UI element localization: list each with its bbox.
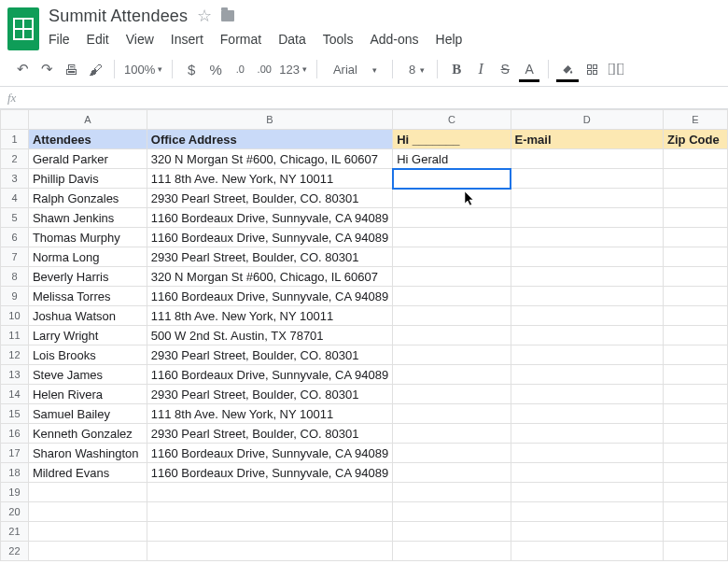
cell-D5[interactable] bbox=[511, 208, 663, 228]
cell-B21[interactable] bbox=[147, 522, 392, 542]
cell-C19[interactable] bbox=[393, 483, 511, 502]
cell-D13[interactable] bbox=[511, 365, 663, 385]
cell-E8[interactable] bbox=[664, 267, 728, 287]
fill-color-button[interactable] bbox=[558, 58, 577, 80]
cell-E6[interactable] bbox=[664, 228, 728, 247]
row-header-5[interactable]: 5 bbox=[1, 208, 29, 228]
cell-E22[interactable] bbox=[664, 542, 728, 561]
menu-tools[interactable]: Tools bbox=[323, 32, 354, 47]
cell-A9[interactable]: Melissa Torres bbox=[28, 287, 147, 306]
strike-button[interactable]: S bbox=[496, 58, 514, 80]
cell-B13[interactable]: 1160 Bordeaux Drive, Sunnyvale, CA 94089 bbox=[147, 365, 392, 385]
cell-C5[interactable] bbox=[393, 208, 511, 228]
row-header-22[interactable]: 22 bbox=[1, 542, 29, 561]
cell-B8[interactable]: 320 N Morgan St #600, Chicago, IL 60607 bbox=[147, 267, 392, 287]
cell-C16[interactable] bbox=[393, 424, 511, 444]
cell-D10[interactable] bbox=[511, 306, 663, 326]
cell-D15[interactable] bbox=[511, 404, 663, 424]
cell-B7[interactable]: 2930 Pearl Street, Boulder, CO. 80301 bbox=[147, 247, 392, 267]
cell-D8[interactable] bbox=[511, 267, 663, 287]
font-select[interactable]: Arial▾ bbox=[327, 60, 383, 79]
row-header-17[interactable]: 17 bbox=[1, 444, 29, 463]
row-header-14[interactable]: 14 bbox=[1, 385, 29, 404]
font-size-select[interactable]: 8▾ bbox=[402, 60, 427, 79]
select-all-cell[interactable] bbox=[1, 110, 29, 130]
row-header-3[interactable]: 3 bbox=[1, 169, 29, 189]
col-header-D[interactable]: D bbox=[511, 110, 663, 130]
cell-D11[interactable] bbox=[511, 326, 663, 345]
cell-C15[interactable] bbox=[393, 404, 511, 424]
cell-D14[interactable] bbox=[511, 385, 663, 404]
row-header-9[interactable]: 9 bbox=[1, 287, 29, 306]
cell-B15[interactable]: 111 8th Ave. New York, NY 10011 bbox=[147, 404, 392, 424]
text-color-button[interactable]: A bbox=[520, 58, 539, 80]
cell-A4[interactable]: Ralph Gonzales bbox=[28, 189, 147, 208]
cell-E2[interactable] bbox=[664, 149, 728, 169]
cell-B9[interactable]: 1160 Bordeaux Drive, Sunnyvale, CA 94089 bbox=[147, 287, 392, 306]
sheets-logo-icon[interactable] bbox=[7, 7, 39, 50]
cell-B17[interactable]: 1160 Bordeaux Drive, Sunnyvale, CA 94089 bbox=[147, 444, 392, 463]
cell-E14[interactable] bbox=[664, 385, 728, 404]
row-header-19[interactable]: 19 bbox=[1, 483, 29, 502]
cell-D3[interactable] bbox=[511, 169, 663, 189]
cell-B16[interactable]: 2930 Pearl Street, Boulder, CO. 80301 bbox=[147, 424, 392, 444]
cell-B19[interactable] bbox=[147, 483, 392, 502]
cell-C11[interactable] bbox=[393, 326, 511, 345]
cell-B18[interactable]: 1160 Bordeaux Drive, Sunnyvale, CA 94089 bbox=[147, 463, 392, 483]
row-header-18[interactable]: 18 bbox=[1, 463, 29, 483]
row-header-12[interactable]: 12 bbox=[1, 345, 29, 365]
row-header-15[interactable]: 15 bbox=[1, 404, 29, 424]
cell-B14[interactable]: 2930 Pearl Street, Boulder, CO. 80301 bbox=[147, 385, 392, 404]
menu-data[interactable]: Data bbox=[278, 32, 306, 47]
cell-D9[interactable] bbox=[511, 287, 663, 306]
cell-A3[interactable]: Phillip Davis bbox=[28, 169, 147, 189]
cell-D4[interactable] bbox=[511, 189, 663, 208]
cell-A15[interactable]: Samuel Bailey bbox=[28, 404, 147, 424]
sheet-area[interactable]: ABCDE1AttendeesOffice AddressHi _______E… bbox=[0, 109, 728, 561]
cell-E20[interactable] bbox=[664, 502, 728, 522]
cell-D2[interactable] bbox=[511, 149, 663, 169]
cell-A20[interactable] bbox=[28, 502, 147, 522]
cell-A6[interactable]: Thomas Murphy bbox=[28, 228, 147, 247]
cell-A14[interactable]: Helen Rivera bbox=[28, 385, 147, 404]
cell-E19[interactable] bbox=[664, 483, 728, 502]
number-format-select[interactable]: 123▾ bbox=[279, 63, 307, 77]
cell-C12[interactable] bbox=[393, 345, 511, 365]
merge-button[interactable] bbox=[607, 58, 625, 80]
row-header-10[interactable]: 10 bbox=[1, 306, 29, 326]
menu-view[interactable]: View bbox=[126, 32, 154, 47]
cell-A10[interactable]: Joshua Watson bbox=[28, 306, 147, 326]
cell-B5[interactable]: 1160 Bordeaux Drive, Sunnyvale, CA 94089 bbox=[147, 208, 392, 228]
currency-button[interactable]: $ bbox=[182, 58, 201, 80]
cell-E16[interactable] bbox=[664, 424, 728, 444]
percent-button[interactable]: % bbox=[206, 58, 225, 80]
redo-icon[interactable]: ↷ bbox=[37, 58, 56, 80]
cell-E21[interactable] bbox=[664, 522, 728, 542]
cell-C22[interactable] bbox=[393, 542, 511, 561]
move-folder-icon[interactable] bbox=[221, 10, 234, 21]
document-title[interactable]: Summit Attendees bbox=[49, 7, 188, 26]
increase-decimal-button[interactable]: .00 bbox=[255, 58, 273, 80]
row-header-8[interactable]: 8 bbox=[1, 267, 29, 287]
cell-C17[interactable] bbox=[393, 444, 511, 463]
star-icon[interactable]: ☆ bbox=[197, 6, 212, 26]
cell-E12[interactable] bbox=[664, 345, 728, 365]
cell-D20[interactable] bbox=[511, 502, 663, 522]
cell-A17[interactable]: Sharon Washington bbox=[28, 444, 147, 463]
cell-D21[interactable] bbox=[511, 522, 663, 542]
cell-E15[interactable] bbox=[664, 404, 728, 424]
cell-A21[interactable] bbox=[28, 522, 147, 542]
cell-C18[interactable] bbox=[393, 463, 511, 483]
cell-B22[interactable] bbox=[147, 542, 392, 561]
cell-C3[interactable] bbox=[393, 169, 511, 189]
menu-addons[interactable]: Add-ons bbox=[370, 32, 418, 47]
cell-B11[interactable]: 500 W 2nd St. Austin, TX 78701 bbox=[147, 326, 392, 345]
row-header-21[interactable]: 21 bbox=[1, 522, 29, 542]
cell-D1[interactable]: E-mail bbox=[511, 130, 663, 149]
cell-E5[interactable] bbox=[664, 208, 728, 228]
cell-E13[interactable] bbox=[664, 365, 728, 385]
cell-E3[interactable] bbox=[664, 169, 728, 189]
cell-D7[interactable] bbox=[511, 247, 663, 267]
print-icon[interactable]: 🖶 bbox=[62, 58, 80, 80]
cell-C1[interactable]: Hi _______ bbox=[393, 130, 511, 149]
